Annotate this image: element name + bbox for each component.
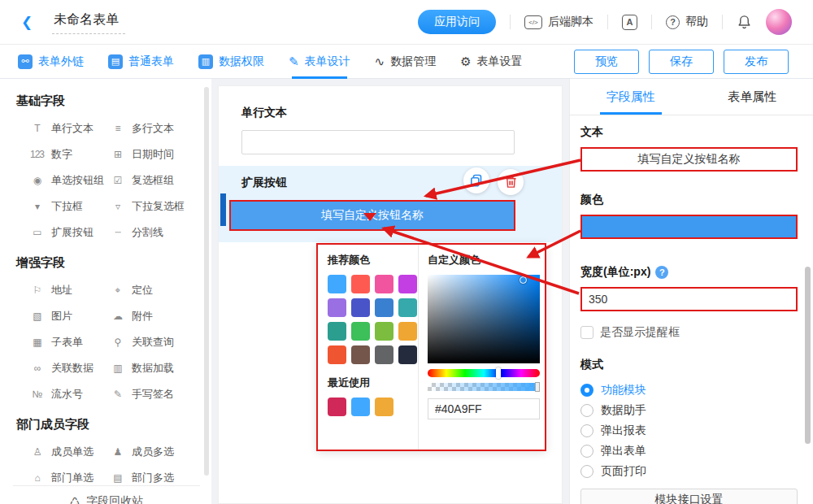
sidebar-item-member-multi[interactable]: 成员多选	[97, 439, 211, 465]
sidebar-item-serial-number[interactable]: 流水号	[16, 381, 97, 407]
hex-color-input[interactable]	[428, 398, 540, 419]
radio-icon[interactable]	[580, 404, 593, 417]
sidebar-item-attachment[interactable]: 附件	[97, 303, 211, 329]
module-interface-settings-button[interactable]: 模块接口设置	[580, 489, 798, 504]
publish-button[interactable]: 发布	[724, 50, 789, 74]
width-help-icon[interactable]: ?	[655, 266, 668, 279]
sv-picker-handle[interactable]	[520, 276, 527, 284]
recent-color-swatch[interactable]	[351, 398, 370, 416]
sidebar-item-extended-button[interactable]: 扩展按钮	[16, 219, 97, 245]
backend-script-button[interactable]: </> 后端脚本	[524, 15, 593, 29]
sidebar-item-address[interactable]: 地址	[16, 277, 97, 303]
tab-normal-form[interactable]: ▤ 普通表单	[108, 45, 174, 79]
sidebar-item-signature[interactable]: 手写签名	[97, 381, 211, 407]
radio-icon[interactable]	[580, 465, 593, 478]
mode-option-page-print[interactable]: 页面打印	[580, 461, 797, 481]
sidebar-item-select[interactable]: 下拉框	[16, 193, 97, 219]
help-button[interactable]: ? 帮助	[666, 15, 708, 29]
selected-field-block[interactable]: 扩展按钮 填写自定义按钮名称	[219, 166, 562, 242]
color-swatch[interactable]	[328, 298, 346, 317]
color-swatch[interactable]	[375, 322, 393, 341]
alpha-slider[interactable]	[428, 383, 540, 391]
sidebar-item-related-query[interactable]: 关联查询	[97, 329, 211, 355]
preview-button[interactable]: 预览	[574, 50, 639, 74]
color-swatch[interactable]	[328, 275, 346, 293]
tab-data-permission[interactable]: ▥ 数据权限	[198, 45, 264, 79]
sidebar-item-number[interactable]: 数字	[16, 141, 97, 167]
width-input[interactable]	[580, 287, 798, 311]
color-swatch[interactable]	[375, 298, 393, 317]
sidebar-item-image[interactable]: 图片	[16, 303, 97, 329]
notification-bell-icon[interactable]	[737, 14, 752, 30]
header-divider	[651, 15, 652, 29]
color-swatch[interactable]	[398, 275, 417, 293]
color-swatch[interactable]	[351, 275, 370, 293]
color-swatch[interactable]	[351, 298, 370, 317]
button-text-input[interactable]	[580, 147, 798, 172]
tab-form-design[interactable]: ✎ 表单设计	[289, 45, 350, 79]
hue-slider[interactable]	[428, 369, 540, 377]
radio-icon[interactable]	[580, 424, 593, 437]
back-icon[interactable]: ❮	[21, 14, 33, 31]
field-label: 扩展按钮	[51, 225, 93, 240]
color-swatch[interactable]	[351, 322, 370, 341]
color-swatch[interactable]	[398, 298, 417, 317]
tab-form-properties[interactable]: 表单属性	[692, 79, 813, 115]
reminder-checkbox[interactable]	[580, 326, 593, 339]
color-swatch[interactable]	[375, 275, 393, 293]
sidebar-item-multi-line-text[interactable]: 多行文本	[97, 115, 211, 141]
radio-icon[interactable]	[580, 445, 593, 458]
color-swatch[interactable]	[351, 345, 370, 364]
extended-button-preview[interactable]: 填写自定义按钮名称	[231, 202, 514, 229]
mode-option-function-module[interactable]: 功能模块	[580, 380, 797, 400]
mode-option-data-assistant[interactable]: 数据助手	[580, 400, 797, 420]
tab-form-settings[interactable]: ⚙ 表单设置	[460, 45, 522, 79]
tab-form-external-link[interactable]: ⚯ 表单外链	[18, 45, 84, 79]
field-recycle-bin[interactable]: ♺ 字段回收站	[13, 485, 200, 504]
copy-field-button[interactable]	[463, 167, 489, 193]
custom-color-title: 自定义颜色	[428, 253, 540, 267]
color-swatch[interactable]	[398, 322, 417, 341]
reminder-checkbox-row[interactable]: 是否显示提醒框	[580, 325, 797, 340]
sidebar-item-member-single[interactable]: 成员单选	[16, 439, 97, 465]
top-header: ❮ 未命名表单 应用访问 </> 后端脚本 A ? 帮助	[0, 0, 813, 45]
alpha-slider-handle[interactable]	[535, 382, 540, 392]
recycle-label: 字段回收站	[86, 494, 143, 504]
delete-field-button[interactable]	[498, 169, 524, 195]
sidebar-item-multi-select[interactable]: 下拉复选框	[97, 193, 211, 219]
sidebar-item-related-data[interactable]: 关联数据	[16, 355, 97, 381]
sidebar-item-data-load[interactable]: 数据加载	[97, 355, 211, 381]
sidebar-item-divider[interactable]: 分割线	[97, 219, 211, 245]
color-swatch[interactable]	[328, 322, 346, 341]
tab-field-properties[interactable]: 字段属性	[570, 79, 692, 115]
color-swatch[interactable]	[375, 345, 393, 364]
color-value-bar[interactable]	[580, 215, 798, 239]
sidebar-item-subform[interactable]: 子表单	[16, 329, 97, 355]
field-palette-sidebar: 基础字段 单行文本 多行文本 数字 日期时间 单选按钮组 复选框组 下拉框 下拉…	[0, 79, 211, 504]
color-swatch[interactable]	[328, 345, 346, 364]
sidebar-item-location[interactable]: 定位	[97, 277, 211, 303]
sidebar-item-single-line-text[interactable]: 单行文本	[16, 115, 97, 141]
color-swatch[interactable]	[398, 345, 417, 364]
form-title-wrap[interactable]: 未命名表单	[52, 10, 125, 34]
sidebar-scrollbar[interactable]	[204, 87, 209, 476]
sidebar-item-datetime[interactable]: 日期时间	[97, 141, 211, 167]
mode-option-popup-report[interactable]: 弹出报表	[580, 420, 797, 441]
tab-label: 数据权限	[219, 54, 264, 69]
hue-slider-handle[interactable]	[496, 367, 501, 379]
save-button[interactable]: 保存	[649, 50, 714, 74]
recent-color-swatch[interactable]	[375, 398, 393, 416]
user-avatar[interactable]	[766, 9, 792, 35]
radio-selected-icon[interactable]	[580, 384, 593, 397]
panel-scrollbar[interactable]	[805, 267, 811, 444]
canvas-text-field-input[interactable]	[241, 130, 515, 154]
contacts-button[interactable]: A	[622, 15, 637, 30]
mode-option-popup-form[interactable]: 弹出表单	[580, 441, 797, 461]
app-access-button[interactable]: 应用访问	[418, 10, 496, 34]
recent-color-swatch[interactable]	[328, 398, 346, 416]
field-label: 定位	[132, 283, 153, 298]
sidebar-item-radio-group[interactable]: 单选按钮组	[16, 167, 97, 193]
tab-data-management[interactable]: ∿ 数据管理	[375, 45, 437, 79]
saturation-value-picker[interactable]	[428, 275, 540, 363]
sidebar-item-checkbox-group[interactable]: 复选框组	[97, 167, 211, 193]
